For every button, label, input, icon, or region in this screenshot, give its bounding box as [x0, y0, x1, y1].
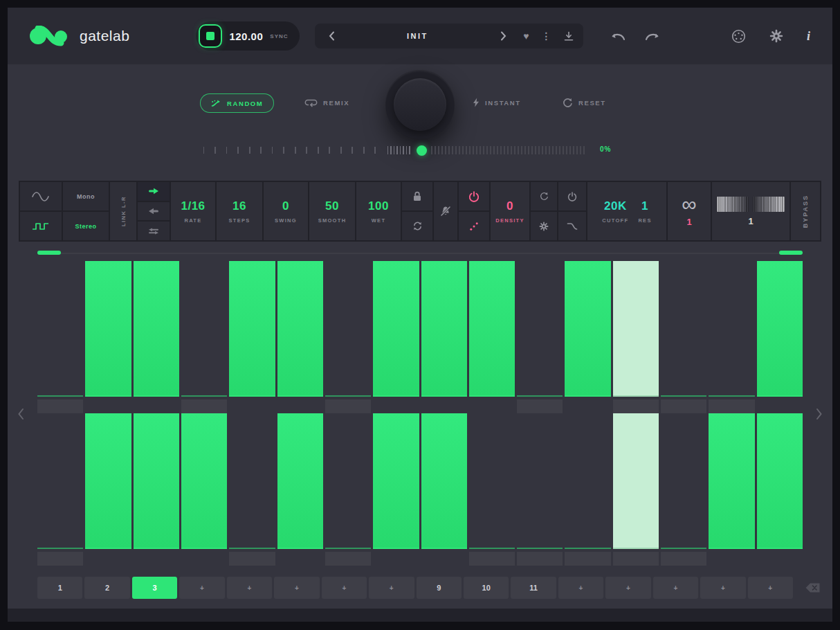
regen-button[interactable]	[531, 182, 557, 210]
range-start-handle[interactable]	[37, 251, 61, 255]
step-r1-c12[interactable]	[565, 261, 610, 413]
texture-fade-in-icon[interactable]	[753, 197, 785, 212]
pattern-button-1[interactable]: 1	[37, 577, 82, 599]
square-wave-button[interactable]	[20, 212, 62, 240]
envelope-power-button[interactable]	[558, 182, 586, 210]
step-r2-c14[interactable]	[661, 413, 706, 566]
link-lr-panel[interactable]: LINK L-R	[110, 182, 136, 240]
infinity-panel[interactable]: ∞ 1	[668, 182, 711, 240]
texture-panel[interactable]: 1	[712, 182, 789, 240]
density-dots-button[interactable]	[459, 212, 489, 240]
step-r1-c9[interactable]	[421, 261, 467, 413]
step-handle[interactable]	[709, 399, 754, 413]
direction-forward-button[interactable]	[138, 182, 170, 201]
instant-button[interactable]: INSTANT	[473, 98, 521, 107]
clear-pattern-button[interactable]	[801, 582, 821, 593]
step-handle[interactable]	[661, 552, 706, 566]
pattern-button-13[interactable]: +	[605, 577, 650, 599]
pattern-button-2[interactable]: 2	[84, 577, 129, 599]
loop-sync-button[interactable]	[402, 212, 432, 240]
step-r1-c1[interactable]	[37, 261, 83, 413]
step-handle[interactable]	[325, 399, 371, 413]
step-r1-c11[interactable]	[517, 261, 563, 413]
pattern-button-11[interactable]: 11	[511, 577, 556, 599]
step-handle[interactable]	[181, 399, 227, 413]
pattern-button-12[interactable]: +	[558, 577, 603, 599]
remix-button[interactable]: REMIX	[304, 98, 349, 107]
step-r1-c3[interactable]	[134, 261, 179, 413]
slider-thumb[interactable]	[417, 145, 427, 156]
undo-button[interactable]	[608, 29, 628, 43]
step-r1-c14[interactable]	[661, 261, 706, 413]
step-r2-c10[interactable]	[469, 413, 515, 566]
step-r2-c4[interactable]	[181, 413, 227, 566]
pattern-button-4[interactable]: +	[179, 577, 224, 599]
pattern-button-7[interactable]: +	[322, 577, 367, 599]
step-r2-c9[interactable]	[421, 413, 467, 566]
step-r1-c4[interactable]	[181, 261, 227, 413]
random-button[interactable]: RANDOM	[200, 93, 274, 113]
stop-button[interactable]	[199, 24, 222, 48]
step-r2-c3[interactable]	[134, 413, 179, 566]
preset-next-button[interactable]	[496, 28, 511, 44]
step-r1-c13[interactable]	[613, 261, 659, 413]
step-r1-c6[interactable]	[277, 261, 323, 413]
step-r2-c16[interactable]	[757, 413, 803, 566]
settings-button[interactable]	[768, 28, 785, 44]
sequencer-scroll-left-button[interactable]	[15, 405, 27, 425]
step-r1-c2[interactable]	[85, 261, 131, 413]
envelope-curve-button[interactable]	[558, 212, 586, 240]
step-r1-c5[interactable]	[229, 261, 275, 413]
step-handle[interactable]	[229, 552, 275, 566]
pattern-button-6[interactable]: +	[274, 577, 319, 599]
slider-ticks-right[interactable]	[431, 146, 586, 154]
step-r1-c7[interactable]	[325, 261, 371, 413]
range-end-handle[interactable]	[779, 251, 803, 255]
swing-control[interactable]: 0 SWING	[264, 182, 308, 240]
step-r2-c11[interactable]	[517, 413, 563, 566]
density-control[interactable]: 0 DENSITY	[491, 182, 529, 240]
step-handle[interactable]	[613, 399, 659, 413]
step-handle[interactable]	[613, 552, 659, 566]
step-r2-c5[interactable]	[229, 413, 275, 566]
preset-menu-button[interactable]: ⋮	[542, 31, 551, 41]
bpm-value[interactable]: 120.00	[229, 30, 263, 42]
stereo-button[interactable]: Stereo	[63, 212, 109, 240]
step-r2-c1[interactable]	[37, 413, 83, 566]
rate-control[interactable]: 1/16 RATE	[171, 182, 215, 240]
step-r2-c12[interactable]	[565, 413, 610, 566]
bypass-panel[interactable]: BYPASS	[791, 182, 820, 240]
step-r1-c16[interactable]	[757, 261, 803, 413]
save-preset-button[interactable]	[564, 31, 574, 42]
reset-button[interactable]: RESET	[563, 98, 606, 108]
pattern-button-14[interactable]: +	[653, 577, 698, 599]
step-r2-c7[interactable]	[325, 413, 371, 566]
sine-wave-button[interactable]	[20, 182, 62, 210]
texture-fade-out-icon[interactable]	[717, 197, 749, 212]
step-handle[interactable]	[517, 399, 563, 413]
midi-settings-button[interactable]	[730, 28, 747, 45]
pattern-button-3[interactable]: 3	[132, 577, 177, 599]
pattern-button-9[interactable]: 9	[417, 577, 462, 599]
randomize-knob[interactable]	[385, 70, 455, 139]
favorite-button[interactable]: ♥	[523, 31, 529, 41]
smooth-control[interactable]: 50 SMOOTH	[309, 182, 355, 240]
pattern-button-5[interactable]: +	[227, 577, 272, 599]
step-handle[interactable]	[661, 399, 706, 413]
density-power-button[interactable]	[459, 182, 489, 210]
mono-button[interactable]: Mono	[63, 182, 109, 210]
step-r2-c6[interactable]	[277, 413, 323, 566]
pattern-button-15[interactable]: +	[700, 577, 745, 599]
preset-prev-button[interactable]	[325, 28, 339, 44]
pattern-button-8[interactable]: +	[369, 577, 414, 599]
step-r2-c8[interactable]	[373, 413, 419, 566]
step-r2-c13[interactable]	[613, 413, 659, 566]
info-button[interactable]: i	[805, 28, 812, 45]
step-handle[interactable]	[469, 552, 515, 566]
step-handle[interactable]	[37, 552, 83, 566]
direction-backward-button[interactable]	[138, 202, 170, 221]
wet-control[interactable]: 100 WET	[356, 182, 401, 240]
step-r1-c15[interactable]	[709, 261, 754, 413]
step-handle[interactable]	[325, 552, 371, 566]
step-handle[interactable]	[517, 552, 563, 566]
